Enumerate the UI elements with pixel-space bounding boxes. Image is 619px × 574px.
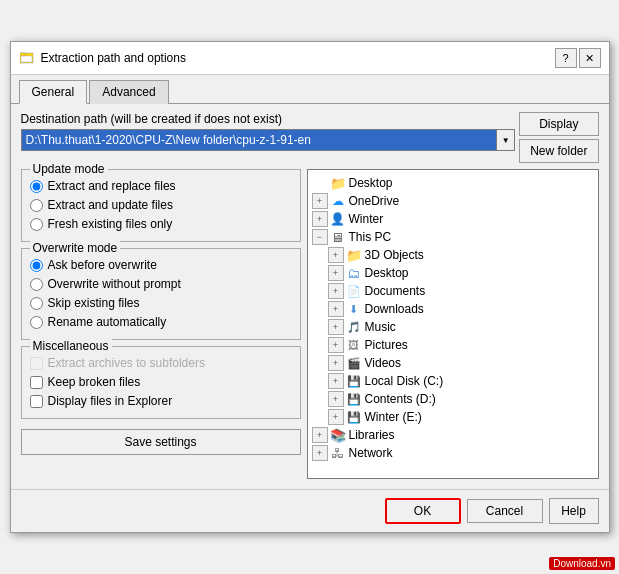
libraries-icon: 📚 — [330, 427, 346, 443]
tree-expander[interactable]: + — [312, 445, 328, 461]
pictures-icon: 🖼 — [346, 337, 362, 353]
tree-item-documents[interactable]: + 📄 Documents — [328, 282, 598, 300]
tree-item-pictures[interactable]: + 🖼 Pictures — [328, 336, 598, 354]
svg-rect-2 — [21, 56, 32, 62]
tree-label: Local Disk (C:) — [365, 374, 444, 388]
destination-dropdown[interactable]: ▼ — [497, 129, 515, 151]
tree-item-network[interactable]: + 🖧 Network — [312, 444, 598, 462]
save-row: Save settings — [21, 429, 301, 455]
tree-expander[interactable]: + — [328, 247, 344, 263]
folder-icon: 📁 — [346, 247, 362, 263]
dialog: Extraction path and options ? ✕ General … — [10, 41, 610, 533]
tree-label: OneDrive — [349, 194, 400, 208]
tree-label: Winter — [349, 212, 384, 226]
tree-label: Pictures — [365, 338, 408, 352]
disk-icon: 💾 — [346, 409, 362, 425]
disk-icon: 💾 — [346, 391, 362, 407]
tree-label: Downloads — [365, 302, 424, 316]
music-icon: 🎵 — [346, 319, 362, 335]
destination-input[interactable] — [21, 129, 498, 151]
misc-extract-subfolders-label: Extract archives to subfolders — [48, 356, 205, 370]
bottom-bar: OK Cancel Help — [11, 489, 609, 532]
destination-buttons: Display New folder — [519, 112, 598, 163]
misc-display-explorer[interactable]: Display files in Explorer — [30, 394, 292, 408]
overwrite-no-prompt-label: Overwrite without prompt — [48, 277, 181, 291]
disk-icon: 💾 — [346, 373, 362, 389]
tree-expander[interactable]: + — [328, 283, 344, 299]
tree-item-onedrive[interactable]: + ☁ OneDrive — [312, 192, 598, 210]
save-settings-button[interactable]: Save settings — [21, 429, 301, 455]
destination-label: Destination path (will be created if doe… — [21, 112, 516, 126]
update-fresh-only[interactable]: Fresh existing files only — [30, 217, 292, 231]
ok-button[interactable]: OK — [385, 498, 461, 524]
tree-expander[interactable]: + — [312, 211, 328, 227]
downloads-icon: ⬇ — [346, 301, 362, 317]
tree-label: Libraries — [349, 428, 395, 442]
videos-icon: 🎬 — [346, 355, 362, 371]
tree-label: Desktop — [349, 176, 393, 190]
overwrite-ask[interactable]: Ask before overwrite — [30, 258, 292, 272]
pc-icon: 🖥 — [330, 229, 346, 245]
tree-item-this-pc[interactable]: − 🖥 This PC — [312, 228, 598, 246]
overwrite-no-prompt[interactable]: Overwrite without prompt — [30, 277, 292, 291]
dialog-body: Destination path (will be created if doe… — [11, 104, 609, 489]
overwrite-skip[interactable]: Skip existing files — [30, 296, 292, 310]
tree-expander[interactable]: + — [312, 193, 328, 209]
help-title-btn[interactable]: ? — [555, 48, 577, 68]
dialog-title: Extraction path and options — [41, 51, 555, 65]
destination-row: Destination path (will be created if doe… — [21, 112, 599, 163]
tab-advanced[interactable]: Advanced — [89, 80, 168, 104]
tree-item-desktop-root[interactable]: + 📁 Desktop — [312, 174, 598, 192]
title-bar: Extraction path and options ? ✕ — [11, 42, 609, 75]
tree-label: Music — [365, 320, 396, 334]
tree-expander[interactable]: + — [328, 409, 344, 425]
overwrite-ask-label: Ask before overwrite — [48, 258, 157, 272]
tree-expander[interactable]: + — [328, 355, 344, 371]
tree-panel[interactable]: + 📁 Desktop + ☁ OneDrive + 👤 Winte — [307, 169, 599, 479]
content-area: Update mode Extract and replace files Ex… — [21, 169, 599, 479]
tree-expander[interactable]: + — [312, 427, 328, 443]
tree-label: Videos — [365, 356, 401, 370]
tree-item-downloads[interactable]: + ⬇ Downloads — [328, 300, 598, 318]
tree-item-contents-d[interactable]: + 💾 Contents (D:) — [328, 390, 598, 408]
tree-item-desktop-pc[interactable]: + 🗂 Desktop — [328, 264, 598, 282]
help-button[interactable]: Help — [549, 498, 599, 524]
tree-item-music[interactable]: + 🎵 Music — [328, 318, 598, 336]
tree-item-3d-objects[interactable]: + 📁 3D Objects — [328, 246, 598, 264]
misc-legend: Miscellaneous — [30, 339, 112, 353]
tree-expander[interactable]: − — [312, 229, 328, 245]
onedrive-icon: ☁ — [330, 193, 346, 209]
folder-icon: 🗂 — [346, 265, 362, 281]
tree-item-videos[interactable]: + 🎬 Videos — [328, 354, 598, 372]
tab-general[interactable]: General — [19, 80, 88, 104]
tree-expander[interactable]: + — [328, 373, 344, 389]
tree-item-winter-e[interactable]: + 💾 Winter (E:) — [328, 408, 598, 426]
overwrite-rename[interactable]: Rename automatically — [30, 315, 292, 329]
tree-expander[interactable]: + — [328, 391, 344, 407]
tree-expander[interactable]: + — [328, 337, 344, 353]
tree-expander[interactable]: + — [328, 265, 344, 281]
documents-icon: 📄 — [346, 283, 362, 299]
network-icon: 🖧 — [330, 445, 346, 461]
watermark: Download.vn — [549, 557, 615, 570]
overwrite-mode-legend: Overwrite mode — [30, 241, 121, 255]
overwrite-rename-label: Rename automatically — [48, 315, 167, 329]
dialog-icon — [19, 50, 35, 66]
update-extract-replace[interactable]: Extract and replace files — [30, 179, 292, 193]
update-extract-update[interactable]: Extract and update files — [30, 198, 292, 212]
tree-expander[interactable]: + — [328, 301, 344, 317]
cancel-button[interactable]: Cancel — [467, 499, 543, 523]
update-fresh-only-label: Fresh existing files only — [48, 217, 173, 231]
tree-expander[interactable]: + — [328, 319, 344, 335]
tree-item-libraries[interactable]: + 📚 Libraries — [312, 426, 598, 444]
tree-item-local-disk-c[interactable]: + 💾 Local Disk (C:) — [328, 372, 598, 390]
display-button[interactable]: Display — [519, 112, 598, 136]
misc-keep-broken[interactable]: Keep broken files — [30, 375, 292, 389]
destination-input-row: ▼ — [21, 129, 516, 151]
new-folder-button[interactable]: New folder — [519, 139, 598, 163]
folder-icon: 📁 — [330, 175, 346, 191]
close-title-btn[interactable]: ✕ — [579, 48, 601, 68]
tree-item-winter-user[interactable]: + 👤 Winter — [312, 210, 598, 228]
tree-label: Network — [349, 446, 393, 460]
update-mode-legend: Update mode — [30, 162, 108, 176]
